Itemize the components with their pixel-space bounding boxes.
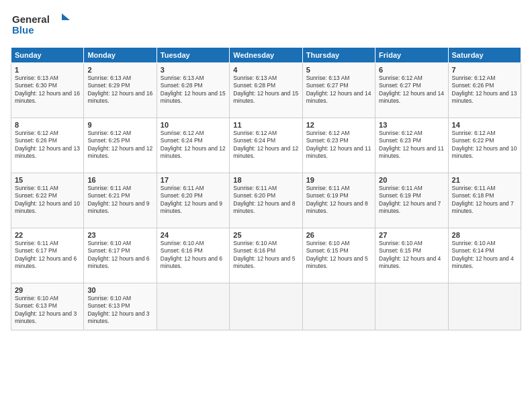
calendar-cell: 26Sunrise: 6:10 AMSunset: 6:15 PMDayligh… [302,228,375,283]
day-info: Sunrise: 6:11 AMSunset: 6:20 PMDaylight:… [161,185,226,216]
day-info: Sunrise: 6:11 AMSunset: 6:21 PMDaylight:… [87,185,152,216]
calendar-cell [302,283,375,330]
day-info: Sunrise: 6:12 AMSunset: 6:26 PMDaylight:… [15,130,80,161]
calendar-cell: 1Sunrise: 6:13 AMSunset: 6:30 PMDaylight… [11,63,84,118]
day-info: Sunrise: 6:10 AMSunset: 6:17 PMDaylight:… [87,240,152,271]
day-number: 9 [87,121,152,129]
calendar-cell [230,283,302,330]
calendar-cell: 7Sunrise: 6:12 AMSunset: 6:26 PMDaylight… [448,63,521,118]
day-info: Sunrise: 6:10 AMSunset: 6:13 PMDaylight:… [87,295,152,326]
calendar-cell: 23Sunrise: 6:10 AMSunset: 6:17 PMDayligh… [84,228,157,283]
day-number: 15 [15,176,80,184]
calendar-cell: 18Sunrise: 6:11 AMSunset: 6:20 PMDayligh… [230,173,302,228]
day-number: 19 [306,176,371,184]
day-number: 8 [15,121,80,129]
day-number: 25 [233,231,298,239]
header: General Blue [11,8,521,43]
day-info: Sunrise: 6:12 AMSunset: 6:24 PMDaylight:… [161,130,226,161]
day-number: 18 [233,176,298,184]
day-number: 22 [15,231,80,239]
calendar-cell: 16Sunrise: 6:11 AMSunset: 6:21 PMDayligh… [84,173,157,228]
day-info: Sunrise: 6:11 AMSunset: 6:22 PMDaylight:… [15,185,80,216]
day-info: Sunrise: 6:10 AMSunset: 6:16 PMDaylight:… [161,240,226,271]
day-number: 23 [87,231,152,239]
day-info: Sunrise: 6:10 AMSunset: 6:15 PMDaylight:… [306,240,371,271]
day-info: Sunrise: 6:10 AMSunset: 6:14 PMDaylight:… [452,240,517,271]
calendar-cell [375,283,448,330]
calendar-cell: 13Sunrise: 6:12 AMSunset: 6:23 PMDayligh… [375,118,448,173]
calendar-cell: 19Sunrise: 6:11 AMSunset: 6:19 PMDayligh… [302,173,375,228]
logo: General Blue [11,11,71,43]
day-info: Sunrise: 6:11 AMSunset: 6:20 PMDaylight:… [233,185,298,216]
day-info: Sunrise: 6:11 AMSunset: 6:18 PMDaylight:… [452,185,517,216]
day-number: 3 [161,66,226,74]
day-number: 17 [161,176,226,184]
calendar-cell: 22Sunrise: 6:11 AMSunset: 6:17 PMDayligh… [11,228,84,283]
day-number: 29 [15,286,80,294]
calendar-cell: 9Sunrise: 6:12 AMSunset: 6:25 PMDaylight… [84,118,157,173]
day-info: Sunrise: 6:13 AMSunset: 6:28 PMDaylight:… [161,75,226,105]
calendar-cell: 30Sunrise: 6:10 AMSunset: 6:13 PMDayligh… [84,283,157,330]
day-number: 1 [15,66,80,74]
day-number: 21 [452,176,517,184]
svg-text:General: General [12,13,50,25]
day-number: 13 [379,121,444,129]
day-number: 27 [379,231,444,239]
day-header-saturday: Saturday [448,48,521,63]
day-info: Sunrise: 6:10 AMSunset: 6:16 PMDaylight:… [233,240,298,271]
calendar-cell: 2Sunrise: 6:13 AMSunset: 6:29 PMDaylight… [84,63,157,118]
day-info: Sunrise: 6:13 AMSunset: 6:28 PMDaylight:… [233,75,298,105]
day-number: 5 [306,66,371,74]
day-info: Sunrise: 6:13 AMSunset: 6:27 PMDaylight:… [306,75,371,105]
day-number: 4 [233,66,298,74]
calendar-cell: 24Sunrise: 6:10 AMSunset: 6:16 PMDayligh… [157,228,229,283]
day-number: 10 [161,121,226,129]
day-number: 12 [306,121,371,129]
day-number: 2 [87,66,152,74]
calendar-cell: 4Sunrise: 6:13 AMSunset: 6:28 PMDaylight… [230,63,302,118]
day-info: Sunrise: 6:11 AMSunset: 6:19 PMDaylight:… [306,185,371,216]
logo-svg: General Blue [11,11,71,40]
calendar-header-row: SundayMondayTuesdayWednesdayThursdayFrid… [11,48,521,63]
calendar-cell: 29Sunrise: 6:10 AMSunset: 6:13 PMDayligh… [11,283,84,330]
calendar-cell: 28Sunrise: 6:10 AMSunset: 6:14 PMDayligh… [448,228,521,283]
day-number: 16 [87,176,152,184]
day-info: Sunrise: 6:13 AMSunset: 6:30 PMDaylight:… [15,75,80,105]
calendar-cell: 20Sunrise: 6:11 AMSunset: 6:19 PMDayligh… [375,173,448,228]
day-number: 24 [161,231,226,239]
day-info: Sunrise: 6:12 AMSunset: 6:27 PMDaylight:… [379,75,444,105]
day-header-thursday: Thursday [302,48,375,63]
calendar-cell: 3Sunrise: 6:13 AMSunset: 6:28 PMDaylight… [157,63,229,118]
calendar-cell [448,283,521,330]
day-header-wednesday: Wednesday [230,48,302,63]
day-number: 11 [233,121,298,129]
calendar-cell: 25Sunrise: 6:10 AMSunset: 6:16 PMDayligh… [230,228,302,283]
day-number: 20 [379,176,444,184]
day-header-tuesday: Tuesday [157,48,229,63]
calendar-cell [157,283,229,330]
calendar-cell: 14Sunrise: 6:12 AMSunset: 6:22 PMDayligh… [448,118,521,173]
day-number: 14 [452,121,517,129]
day-info: Sunrise: 6:12 AMSunset: 6:23 PMDaylight:… [379,130,444,161]
calendar-cell: 8Sunrise: 6:12 AMSunset: 6:26 PMDaylight… [11,118,84,173]
page: General Blue SundayMondayTuesdayWednesda… [0,0,532,411]
calendar-cell: 12Sunrise: 6:12 AMSunset: 6:23 PMDayligh… [302,118,375,173]
day-info: Sunrise: 6:10 AMSunset: 6:15 PMDaylight:… [379,240,444,271]
day-info: Sunrise: 6:12 AMSunset: 6:24 PMDaylight:… [233,130,298,161]
day-info: Sunrise: 6:12 AMSunset: 6:22 PMDaylight:… [452,130,517,161]
day-info: Sunrise: 6:10 AMSunset: 6:13 PMDaylight:… [15,295,80,326]
svg-text:Blue: Blue [12,24,34,36]
day-info: Sunrise: 6:11 AMSunset: 6:19 PMDaylight:… [379,185,444,216]
day-number: 7 [452,66,517,74]
calendar-cell: 11Sunrise: 6:12 AMSunset: 6:24 PMDayligh… [230,118,302,173]
calendar-cell: 5Sunrise: 6:13 AMSunset: 6:27 PMDaylight… [302,63,375,118]
day-header-monday: Monday [84,48,157,63]
day-number: 6 [379,66,444,74]
day-info: Sunrise: 6:12 AMSunset: 6:26 PMDaylight:… [452,75,517,105]
calendar-cell: 15Sunrise: 6:11 AMSunset: 6:22 PMDayligh… [11,173,84,228]
day-info: Sunrise: 6:12 AMSunset: 6:25 PMDaylight:… [87,130,152,161]
svg-marker-1 [62,13,70,20]
day-info: Sunrise: 6:12 AMSunset: 6:23 PMDaylight:… [306,130,371,161]
calendar-cell: 6Sunrise: 6:12 AMSunset: 6:27 PMDaylight… [375,63,448,118]
day-number: 28 [452,231,517,239]
